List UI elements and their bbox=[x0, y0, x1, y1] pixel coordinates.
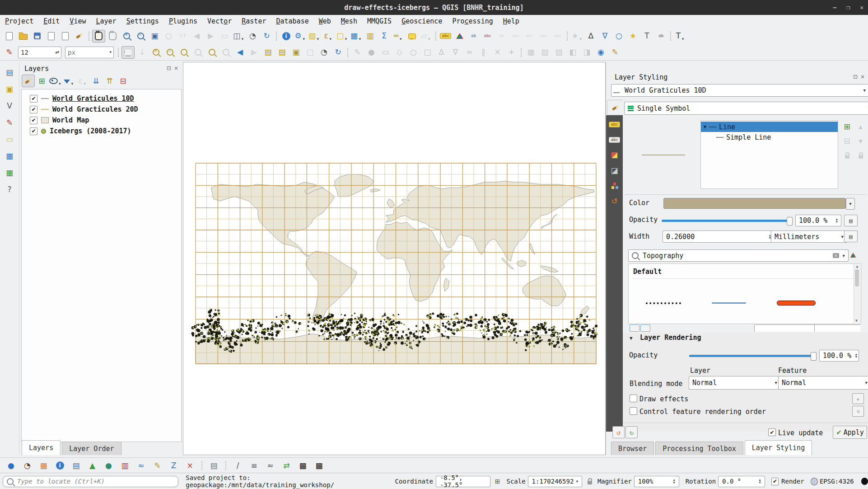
digitize-12-icon[interactable]: + bbox=[505, 46, 518, 59]
symbol-layer-tree[interactable]: ▼LineSimple Line bbox=[700, 120, 838, 189]
callouts-tab[interactable]: abc bbox=[609, 134, 621, 146]
zoom-yellow-2-icon[interactable] bbox=[205, 46, 219, 59]
layers-list[interactable]: World Graticules 10DWorld Gracticules 20… bbox=[21, 89, 182, 442]
pan-map-icon[interactable] bbox=[92, 30, 105, 42]
digitize-with-curve-icon[interactable]: ○ bbox=[612, 30, 625, 42]
current-edits-icon[interactable]: ✎ bbox=[3, 46, 16, 59]
tree-expander-icon[interactable]: ▼ bbox=[704, 124, 706, 129]
adv-digitize-1-icon[interactable]: ▦ bbox=[524, 46, 537, 59]
plugin-clock-icon[interactable]: ◔ bbox=[21, 459, 34, 472]
symbology-tab[interactable] bbox=[607, 100, 623, 115]
lock-layer-icon[interactable] bbox=[854, 149, 867, 162]
nav-prev-icon[interactable]: ◀ bbox=[233, 46, 247, 59]
live-update-checkbox[interactable] bbox=[768, 428, 776, 436]
clipped-field-2[interactable] bbox=[814, 324, 860, 332]
epsg-label[interactable]: EPSG:4326 bbox=[820, 478, 854, 485]
tab-processing-toolbox[interactable]: Processing Toolbox bbox=[655, 442, 743, 455]
lr-opacity-slider-handle[interactable] bbox=[811, 352, 817, 361]
menu-edit[interactable]: Edit bbox=[38, 15, 65, 28]
messages-icon[interactable] bbox=[861, 478, 868, 485]
open-project-icon[interactable] bbox=[17, 30, 30, 42]
field-calculator-icon[interactable]: ▥ bbox=[364, 30, 377, 42]
mesh-edit-icon[interactable]: ✎ bbox=[608, 46, 621, 59]
digitize-4-icon[interactable]: ◇ bbox=[393, 46, 406, 59]
layer-name[interactable]: World Graticules 10D bbox=[52, 94, 134, 103]
color-dropdown-icon[interactable]: ▼ bbox=[846, 198, 855, 210]
clear-search-icon[interactable]: × bbox=[833, 253, 839, 258]
show-layout-manager-icon[interactable] bbox=[59, 30, 72, 42]
box-disabled-icon[interactable]: □ bbox=[303, 46, 317, 59]
menu-layer[interactable]: Layer bbox=[91, 15, 121, 28]
digitize-6-icon[interactable]: □ bbox=[421, 46, 434, 59]
renderer-combo[interactable]: Single Symbol ▼ bbox=[624, 102, 868, 115]
adv-digitize-4-icon[interactable]: ◧ bbox=[566, 46, 579, 59]
scale-feature-icon[interactable]: ★▼ bbox=[570, 30, 583, 42]
tab-layers[interactable]: Layers bbox=[22, 440, 61, 455]
zoom-in-alt-icon[interactable]: + bbox=[149, 46, 163, 59]
layer-row[interactable]: World Gracticules 20D bbox=[30, 104, 181, 115]
title-bar[interactable]: draw-effects-icebergs — QGIS [BNHR_train… bbox=[0, 0, 868, 15]
plugin-zoom-z-icon[interactable]: Z bbox=[167, 459, 180, 472]
digitize-7-icon[interactable]: ∆ bbox=[435, 46, 448, 59]
highlight-labels-icon[interactable]: abc bbox=[481, 30, 494, 42]
shape-digitizing-icon[interactable]: ★ bbox=[626, 30, 639, 42]
coordinate-field[interactable]: -8.5°, -37.5° bbox=[436, 476, 490, 487]
style-manager-icon[interactable] bbox=[73, 30, 86, 42]
symbol-preview-thick-orange[interactable] bbox=[777, 301, 816, 306]
styling-layer-combo[interactable]: World Graticules 10D ▼ bbox=[611, 84, 868, 97]
zoom-alt-disabled-icon[interactable] bbox=[191, 46, 205, 59]
digitize-5-icon[interactable]: ○ bbox=[407, 46, 420, 59]
magnifier-spinbox[interactable]: 100% ▲▼ bbox=[634, 476, 679, 487]
menu-geoscience[interactable]: Geoscience bbox=[397, 15, 447, 28]
add-group-icon[interactable]: ⊞ bbox=[35, 75, 48, 87]
maximize-icon[interactable]: ❒ bbox=[846, 4, 850, 11]
move-symbol-up-icon[interactable]: ▴ bbox=[854, 120, 867, 133]
clipped-field-1[interactable] bbox=[754, 324, 818, 332]
zoom-last-icon[interactable]: ◀ bbox=[190, 30, 203, 42]
spinner-arrows-icon[interactable]: ▲▼ bbox=[55, 50, 59, 54]
menu-plugins[interactable]: Plugins bbox=[164, 15, 202, 28]
filter-legend-icon[interactable]: ▼ bbox=[62, 75, 75, 87]
layer-visibility-checkbox[interactable] bbox=[30, 95, 37, 103]
digitize-9-icon[interactable]: ≈ bbox=[463, 46, 476, 59]
label-properties-icon[interactable]: abc bbox=[551, 30, 564, 42]
annotate-dock-icon[interactable]: ✎ bbox=[3, 116, 16, 129]
grid-blue-dock-icon[interactable]: ▦ bbox=[3, 150, 16, 162]
temporal-controller-icon[interactable]: ◔ bbox=[246, 30, 259, 42]
adv-digitize-3-icon[interactable]: ▨ bbox=[552, 46, 565, 59]
history-tab[interactable]: ↺ bbox=[609, 195, 621, 207]
menu-view[interactable]: View bbox=[65, 15, 91, 28]
plugin-sketch-icon[interactable]: ✎ bbox=[151, 459, 164, 472]
plugin-grid-orange-icon[interactable]: ▦ bbox=[37, 459, 50, 472]
width-unit-combo[interactable]: Millimeters ▼ bbox=[771, 230, 847, 243]
vertex-tool-icon[interactable]: ∆ bbox=[584, 30, 597, 42]
layer-name[interactable]: World Gracticules 20D bbox=[52, 105, 138, 113]
sort-order-button[interactable]: ⇅ bbox=[852, 406, 864, 417]
layers-dock-icon[interactable]: ▤ bbox=[3, 66, 16, 79]
spinner-arrows-icon[interactable]: ▲▼ bbox=[855, 353, 857, 358]
curved-labels-icon[interactable]: abc bbox=[537, 30, 550, 42]
layer-visibility-checkbox[interactable] bbox=[30, 106, 37, 113]
vertex-tool-all-layers-icon[interactable]: ∇ bbox=[598, 30, 611, 42]
check-labels-icon[interactable]: ab bbox=[654, 30, 667, 42]
flag-checker-1-icon[interactable]: ▩ bbox=[296, 459, 309, 472]
zoom-out-icon[interactable]: − bbox=[134, 30, 147, 42]
clock-alt-icon[interactable]: ◔ bbox=[317, 46, 331, 59]
feature-blend-combo[interactable]: Normal ▼ bbox=[778, 376, 868, 390]
styling-panel-close-icon[interactable]: × bbox=[860, 74, 865, 80]
select-features-icon[interactable]: ▧▼ bbox=[308, 30, 321, 42]
zoom-out-alt-icon[interactable]: − bbox=[163, 46, 177, 59]
digitize-8-icon[interactable]: ∇ bbox=[449, 46, 462, 59]
identify-features-icon[interactable]: i bbox=[280, 30, 293, 42]
draw-effects-checkbox[interactable] bbox=[630, 395, 637, 402]
slope-lines-1-icon[interactable]: / bbox=[231, 459, 244, 472]
tab-browser[interactable]: Browser bbox=[611, 442, 654, 455]
refresh-alt-icon[interactable]: ↻ bbox=[331, 46, 345, 59]
digitize-2-icon[interactable]: ● bbox=[365, 46, 378, 59]
layer-gear-2-icon[interactable]: ▤ bbox=[275, 46, 289, 59]
layer-diagram-icon[interactable] bbox=[453, 30, 466, 42]
adv-digitize-2-icon[interactable]: ▧ bbox=[538, 46, 551, 59]
rotate-label-icon[interactable]: abc bbox=[523, 30, 536, 42]
slope-lines-3-icon[interactable]: ≈ bbox=[264, 459, 277, 472]
menu-mesh[interactable]: Mesh bbox=[336, 15, 362, 28]
